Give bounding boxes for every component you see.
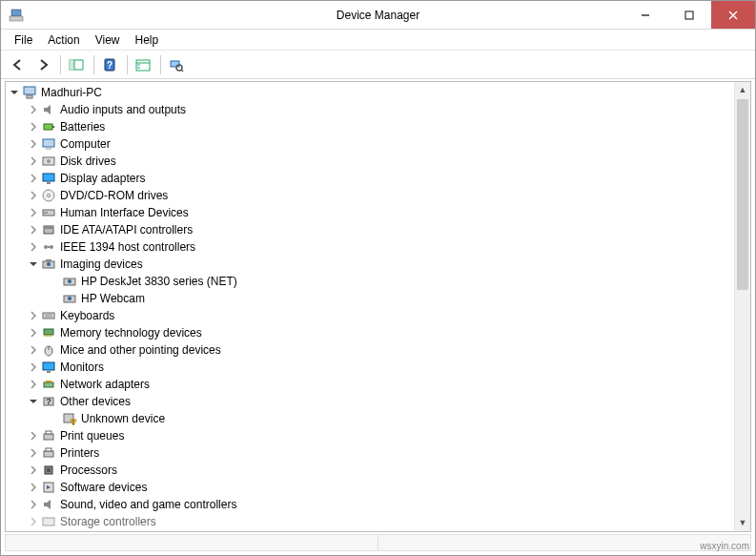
expand-icon[interactable] bbox=[27, 481, 40, 494]
menu-view[interactable]: View bbox=[90, 31, 130, 49]
tree-category-other[interactable]: ? Other devices bbox=[6, 393, 734, 410]
tree-category[interactable]: DVD/CD-ROM drives bbox=[6, 187, 734, 204]
close-button[interactable] bbox=[711, 1, 755, 29]
tree-root[interactable]: Madhuri-PC bbox=[6, 84, 734, 101]
category-label: Processors bbox=[60, 463, 117, 477]
device-label: HP DeskJet 3830 series (NET) bbox=[81, 275, 237, 288]
expand-icon[interactable] bbox=[27, 429, 40, 443]
expand-icon[interactable] bbox=[27, 240, 40, 254]
category-label: Audio inputs and outputs bbox=[60, 103, 186, 116]
tree-category[interactable]: Mice and other pointing devices bbox=[6, 341, 734, 359]
minimize-button[interactable] bbox=[623, 1, 667, 29]
expand-icon[interactable] bbox=[27, 378, 40, 391]
collapse-icon[interactable] bbox=[27, 257, 40, 271]
expand-icon[interactable] bbox=[27, 120, 40, 134]
svg-rect-68 bbox=[47, 468, 51, 472]
scan-hardware-button[interactable] bbox=[165, 53, 188, 76]
expand-icon[interactable] bbox=[27, 172, 40, 185]
statusbar-cell bbox=[378, 535, 750, 550]
expand-icon[interactable] bbox=[27, 360, 40, 374]
tree-category-imaging[interactable]: Imaging devices bbox=[6, 256, 734, 273]
audio-icon bbox=[41, 102, 56, 117]
expand-icon[interactable] bbox=[27, 137, 40, 151]
toolbar-separator bbox=[160, 55, 161, 74]
svg-rect-58 bbox=[46, 381, 51, 382]
device-tree[interactable]: Madhuri-PC Audio inputs and outputs Batt… bbox=[6, 82, 734, 531]
mouse-icon bbox=[41, 342, 56, 358]
tree-category[interactable]: Keyboards bbox=[6, 307, 734, 324]
svg-rect-0 bbox=[11, 10, 21, 16]
show-hide-console-tree-button[interactable] bbox=[65, 53, 88, 76]
tree-category[interactable]: Printers bbox=[6, 444, 734, 462]
menu-help[interactable]: Help bbox=[130, 31, 169, 49]
tree-category[interactable]: IDE ATA/ATAPI controllers bbox=[6, 221, 734, 238]
category-label: Network adapters bbox=[60, 378, 150, 391]
tree-category[interactable]: Human Interface Devices bbox=[6, 204, 734, 221]
scroll-thumb[interactable] bbox=[737, 99, 748, 290]
svg-rect-64 bbox=[46, 431, 51, 434]
tree-category[interactable]: Computer bbox=[6, 135, 734, 153]
forward-button[interactable] bbox=[31, 53, 54, 76]
hid-icon bbox=[41, 205, 56, 220]
tree-device[interactable]: HP DeskJet 3830 series (NET) bbox=[6, 273, 734, 290]
collapse-icon[interactable] bbox=[8, 86, 21, 99]
disk-icon bbox=[41, 154, 56, 169]
print-queue-icon bbox=[41, 428, 56, 443]
expand-icon[interactable] bbox=[27, 189, 40, 202]
display-icon bbox=[41, 171, 56, 186]
expand-icon[interactable] bbox=[27, 103, 40, 116]
storage-icon bbox=[41, 514, 56, 529]
category-label: Software devices bbox=[60, 481, 147, 494]
tree-category[interactable]: Audio inputs and outputs bbox=[6, 101, 734, 118]
scroll-up-arrow[interactable]: ▲ bbox=[735, 82, 750, 98]
svg-rect-52 bbox=[51, 335, 51, 337]
expand-icon[interactable] bbox=[27, 206, 40, 219]
maximize-button[interactable] bbox=[667, 1, 711, 29]
help-button[interactable]: ? bbox=[98, 53, 121, 76]
scroll-down-arrow[interactable]: ▼ bbox=[735, 515, 750, 531]
expand-icon[interactable] bbox=[27, 154, 40, 168]
svg-rect-18 bbox=[24, 87, 35, 94]
expand-icon[interactable] bbox=[27, 309, 40, 322]
imaging-device-icon bbox=[62, 274, 77, 289]
menu-file[interactable]: File bbox=[9, 31, 42, 49]
tree-category[interactable]: Processors bbox=[6, 462, 734, 479]
toolbar: ? bbox=[1, 51, 755, 79]
tree-device[interactable]: HP Webcam bbox=[6, 290, 734, 307]
tree-category[interactable]: Sound, video and game controllers bbox=[6, 496, 734, 513]
tree-category[interactable]: Network adapters bbox=[6, 376, 734, 393]
expand-icon[interactable] bbox=[27, 326, 40, 340]
expand-icon[interactable] bbox=[27, 463, 40, 477]
vertical-scrollbar[interactable]: ▲ ▼ bbox=[734, 82, 750, 531]
expand-icon[interactable] bbox=[27, 498, 40, 511]
expand-icon[interactable] bbox=[27, 515, 40, 528]
tree-category[interactable]: Batteries bbox=[6, 118, 734, 135]
tree-category[interactable]: Disk drives bbox=[6, 153, 734, 170]
tree-category[interactable]: Print queues bbox=[6, 427, 734, 444]
tree-category[interactable]: Software devices bbox=[6, 479, 734, 496]
expand-icon[interactable] bbox=[27, 343, 40, 357]
no-expand-spacer bbox=[48, 292, 61, 305]
category-label: Sound, video and game controllers bbox=[60, 498, 236, 511]
processor-icon bbox=[41, 463, 56, 478]
svg-rect-40 bbox=[46, 259, 51, 261]
expand-icon[interactable] bbox=[27, 446, 40, 460]
tree-category[interactable]: Display adapters bbox=[6, 170, 734, 187]
tree-category[interactable]: Storage controllers bbox=[6, 513, 734, 530]
tree-category[interactable]: Memory technology devices bbox=[6, 324, 734, 341]
toolbar-separator bbox=[127, 55, 128, 74]
back-button[interactable] bbox=[7, 53, 30, 76]
category-label: IEEE 1394 host controllers bbox=[60, 240, 195, 254]
menu-action[interactable]: Action bbox=[42, 31, 89, 49]
tree-device-unknown[interactable]: ! Unknown device bbox=[6, 410, 734, 427]
tree-category[interactable]: Monitors bbox=[6, 359, 734, 376]
svg-point-36 bbox=[50, 245, 53, 249]
expand-icon[interactable] bbox=[27, 223, 40, 237]
collapse-icon[interactable] bbox=[27, 395, 40, 408]
properties-button[interactable] bbox=[132, 53, 154, 76]
imaging-icon bbox=[41, 257, 56, 272]
svg-rect-21 bbox=[52, 126, 54, 128]
statusbar-cell bbox=[6, 535, 378, 550]
category-label: Keyboards bbox=[60, 309, 114, 322]
tree-category[interactable]: IEEE 1394 host controllers bbox=[6, 238, 734, 256]
